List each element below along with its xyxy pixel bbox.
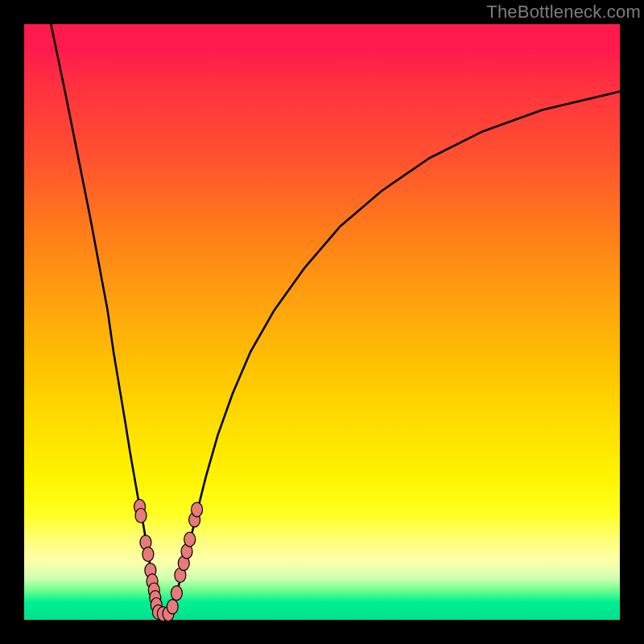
data-marker	[167, 600, 178, 614]
curve-left-curve	[51, 24, 158, 613]
chart-overlay	[0, 0, 644, 644]
data-marker	[135, 509, 147, 523]
data-marker	[192, 502, 203, 517]
data-marker	[142, 547, 154, 562]
curve-right-curve	[170, 92, 620, 613]
data-marker	[184, 532, 196, 547]
data-marker	[171, 586, 182, 601]
chart-canvas: TheBottleneck.com	[0, 0, 644, 644]
